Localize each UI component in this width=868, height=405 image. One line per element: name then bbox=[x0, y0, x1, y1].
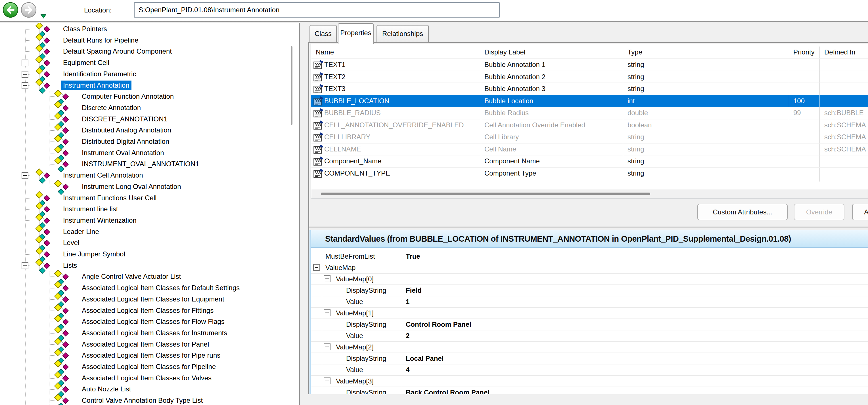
tree-expander-minus-icon[interactable] bbox=[22, 82, 28, 89]
tree-expander-minus-icon[interactable] bbox=[22, 262, 28, 269]
tab-class[interactable]: Class bbox=[309, 25, 337, 42]
tree-item[interactable]: DISCRETE_ANNOTATION1 bbox=[0, 114, 299, 125]
grid-row-value: 4 bbox=[406, 366, 409, 374]
tree-item-label: Distributed Analog Annotation bbox=[80, 125, 174, 135]
tree-item[interactable]: Instrument Oval Annotation bbox=[0, 147, 299, 159]
tree-expander-plus-icon[interactable] bbox=[22, 60, 28, 66]
location-input[interactable] bbox=[134, 2, 500, 18]
tab-relationships[interactable]: Relationships bbox=[376, 25, 429, 42]
column-header-name[interactable]: Name bbox=[316, 48, 334, 56]
tree-item[interactable]: Distributed Analog Annotation bbox=[0, 125, 299, 136]
cell-display-label: Bubble Location bbox=[485, 97, 533, 105]
grid-expander-minus-icon[interactable] bbox=[324, 343, 331, 350]
table-row[interactable]: TEXT2Bubble Annotation 2string bbox=[311, 71, 868, 83]
tree-item[interactable]: Distributed Digital Annotation bbox=[0, 136, 299, 147]
table-row[interactable]: BUBBLE_RADIUSBubble Radiusdouble99sch:BU… bbox=[311, 107, 868, 119]
grid-row[interactable]: MustBeFromListTrue bbox=[311, 250, 868, 262]
back-icon[interactable] bbox=[2, 2, 20, 19]
grid-row[interactable]: ValueMap[0] bbox=[311, 273, 868, 284]
tree-item[interactable]: Associated Logical Item Classes for Equi… bbox=[0, 294, 299, 305]
grid-row-value: 2 bbox=[406, 332, 409, 340]
tree-item[interactable]: Angle Control Valve Actuator List bbox=[0, 271, 299, 282]
table-row[interactable]: CELLLIBRARYCell Librarystringsch:SCHEMA bbox=[311, 131, 868, 143]
cell-display-label: Bubble Annotation 2 bbox=[485, 73, 546, 81]
grid-expander-minus-icon[interactable] bbox=[324, 377, 331, 384]
tab-properties[interactable]: Properties bbox=[338, 23, 374, 44]
tree-item[interactable]: Computer Function Annotation bbox=[0, 91, 299, 102]
tree-vertical-scrollbar[interactable] bbox=[291, 46, 292, 125]
cell-name: TEXT1 bbox=[324, 61, 346, 69]
tree-item[interactable]: Instrument Cell Annotation bbox=[0, 170, 299, 181]
tree-item[interactable]: Lists bbox=[0, 260, 299, 271]
class-icon bbox=[53, 393, 72, 405]
custom-attributes-button[interactable]: Custom Attributes... bbox=[698, 204, 788, 221]
grid-expander-minus-icon[interactable] bbox=[324, 275, 331, 282]
tree-item[interactable]: Associated Logical Item Classes for Pane… bbox=[0, 339, 299, 350]
table-row[interactable]: COMPONENT_TYPEComponent Typestring bbox=[311, 167, 868, 179]
tree-item[interactable]: Associated Logical Item Classes for Pipe… bbox=[0, 361, 299, 373]
tree-item-label: Instrument Long Oval Annotation bbox=[80, 182, 183, 192]
tree-connector bbox=[25, 209, 32, 210]
grid-row[interactable]: Value1 bbox=[311, 296, 868, 307]
tree-item[interactable]: Associated Logical Item Classes for Defa… bbox=[0, 282, 299, 294]
grid-expander-minus-icon[interactable] bbox=[324, 309, 331, 316]
column-header-defined-in[interactable]: Defined In bbox=[824, 48, 855, 56]
grid-row[interactable]: DisplayStringField bbox=[311, 284, 868, 296]
tree-item[interactable]: Associated Logical Item Classes for Fitt… bbox=[0, 305, 299, 316]
grid-row[interactable]: Value2 bbox=[311, 330, 868, 341]
property-icon bbox=[313, 84, 324, 94]
tab-page-border-left bbox=[308, 42, 309, 405]
forward-icon[interactable] bbox=[21, 2, 38, 19]
column-header-type[interactable]: Type bbox=[627, 48, 642, 56]
tree-expander-plus-icon[interactable] bbox=[22, 71, 28, 78]
grid-row[interactable]: ValueMap[3] bbox=[311, 375, 868, 386]
grid-row[interactable]: ValueMap[2] bbox=[311, 341, 868, 352]
tree-expander-minus-icon[interactable] bbox=[22, 172, 28, 179]
grid-row[interactable]: DisplayStringControl Room Panel bbox=[311, 318, 868, 330]
property-icon bbox=[313, 108, 324, 118]
tree-item-label: Associated Logical Item Classes for Equi… bbox=[80, 294, 226, 304]
column-header-priority[interactable]: Priority bbox=[793, 48, 815, 56]
tree-item[interactable]: Auto Nozzle List bbox=[0, 384, 299, 395]
cell-display-label: Cell Name bbox=[485, 145, 516, 153]
property-icon bbox=[313, 96, 324, 106]
location-label: Location: bbox=[84, 6, 112, 14]
grid-row[interactable]: DisplayStringLocal Panel bbox=[311, 352, 868, 364]
more-button-partial[interactable]: A bbox=[852, 204, 868, 221]
table-row[interactable]: TEXT1Bubble Annotation 1string bbox=[311, 59, 868, 71]
tree-item[interactable]: Associated Logical Item Classes for Valv… bbox=[0, 373, 299, 384]
tree-item[interactable]: Instrument Annotation bbox=[0, 80, 299, 91]
tree-item-label: Equipment Cell bbox=[61, 58, 112, 67]
grid-row-label: Value bbox=[346, 298, 363, 306]
grid-row[interactable]: Value4 bbox=[311, 364, 868, 375]
table-horizontal-scrollbar-thumb[interactable] bbox=[321, 193, 650, 195]
cell-display-label: Bubble Annotation 3 bbox=[485, 85, 546, 93]
tree-item[interactable]: Associated Logical Item Classes for Inst… bbox=[0, 328, 299, 339]
table-row[interactable]: Component_NameComponent Namestring bbox=[311, 155, 868, 167]
tree-item-label: INSTRUMENT_OVAL_ANNOTATION1 bbox=[80, 159, 201, 169]
grid-row-separator bbox=[311, 273, 868, 274]
grid-row[interactable]: DisplayStringBack Control Room Panel bbox=[311, 386, 868, 394]
tree-item[interactable]: Associated Logical Item Classes for Flow… bbox=[0, 316, 299, 328]
tree-item[interactable]: Associated Logical Item Classes for Pipe… bbox=[0, 350, 299, 361]
grid-row-separator bbox=[311, 330, 868, 330]
grid-row[interactable]: ValueMap bbox=[311, 262, 868, 273]
table-row-separator bbox=[311, 59, 868, 59]
grid-row-value: Control Room Panel bbox=[406, 320, 471, 329]
table-row[interactable]: BUBBLE_LOCATIONBubble Locationint100 bbox=[311, 95, 868, 107]
tree-item-label: Class Pointers bbox=[61, 24, 109, 34]
splitter[interactable] bbox=[308, 227, 868, 228]
override-button[interactable]: Override bbox=[794, 204, 844, 221]
tree-item[interactable]: Discrete Annotation bbox=[0, 102, 299, 114]
tree-item[interactable]: Control Valve Annotation Body Type List bbox=[0, 395, 299, 405]
class-tree: Class PointersDefault Runs for PipelineD… bbox=[0, 23, 299, 405]
property-icon-wrap bbox=[313, 60, 324, 71]
column-header-display-label[interactable]: Display Label bbox=[485, 48, 525, 56]
table-row[interactable]: CELL_ANNOTATION_OVERRIDE_ENABLEDCell Ann… bbox=[311, 119, 868, 131]
history-dropdown-icon[interactable] bbox=[40, 14, 46, 19]
table-row[interactable]: TEXT3Bubble Annotation 3string bbox=[311, 82, 868, 95]
cell-priority: 99 bbox=[793, 109, 801, 117]
grid-expander-minus-icon[interactable] bbox=[313, 264, 320, 271]
grid-row[interactable]: ValueMap[1] bbox=[311, 307, 868, 318]
table-row[interactable]: CELLNAMECell Namestringsch:SCHEMA bbox=[311, 143, 868, 155]
